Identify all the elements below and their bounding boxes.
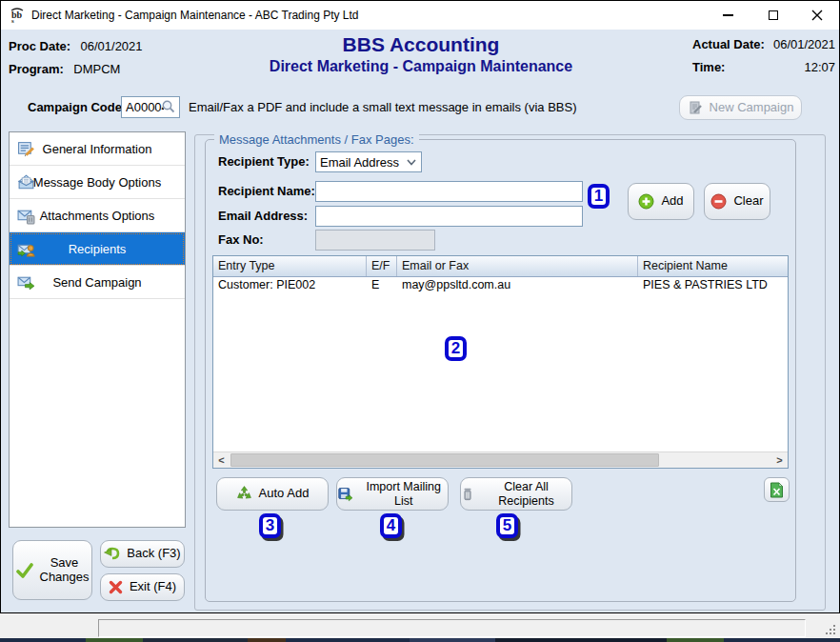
table-header-row: Entry Type E/F Email or Fax Recipient Na… (213, 256, 788, 277)
actual-date: Actual Date: 06/01/2021 (692, 37, 835, 51)
new-campaign-button[interactable]: New Campaign (679, 95, 802, 120)
scrollbar-thumb[interactable] (230, 453, 659, 467)
save-check-icon (16, 563, 33, 578)
sidebar-item-label: Recipients (69, 242, 127, 256)
proc-date-value: 06/01/2021 (80, 39, 142, 53)
title-bar: bb s Direct Marketing - Campaign Mainten… (1, 1, 839, 30)
column-header-entry-type[interactable]: Entry Type (213, 256, 367, 276)
screen-title: Direct Marketing - Campaign Maintenance (183, 58, 659, 75)
recipients-table[interactable]: Entry Type E/F Email or Fax Recipient Na… (212, 255, 789, 469)
program-label: Program: (9, 62, 64, 76)
actual-date-value: 06/01/2021 (773, 37, 835, 51)
program-value: DMPCM (73, 62, 120, 76)
app-title: BBS Accounting (230, 33, 611, 56)
minimize-icon (723, 14, 733, 16)
desktop-background-sliver (0, 638, 840, 642)
export-excel-button[interactable] (764, 477, 790, 502)
status-bar (0, 613, 840, 638)
app-window: bb s Direct Marketing - Campaign Mainten… (0, 0, 840, 613)
status-panel (98, 619, 806, 637)
back-label: Back (F3) (127, 547, 180, 561)
clear-all-recipients-label: Clear All Recipients (481, 480, 571, 508)
column-header-recipient-name[interactable]: Recipient Name (638, 256, 788, 276)
proc-date-label: Proc Date: (9, 39, 70, 53)
minimize-button[interactable] (706, 1, 750, 30)
new-campaign-label: New Campaign (710, 101, 794, 115)
sidebar-item-attachments-options[interactable]: Attachments Options (10, 199, 185, 232)
sidebar-item-recipients[interactable]: Recipients (10, 232, 185, 266)
column-header-email-or-fax[interactable]: Email or Fax (397, 256, 638, 276)
recipient-name-label: Recipient Name: (218, 184, 315, 198)
cell-entry-type: Customer: PIE002 (213, 277, 367, 295)
proc-date: Proc Date: 06/01/2021 (9, 37, 143, 54)
svg-text:s: s (11, 17, 14, 24)
clear-icon (710, 193, 727, 210)
fax-no-label: Fax No: (218, 232, 264, 247)
send-campaign-icon (17, 273, 35, 291)
annotation-marker-4: 4 (380, 513, 402, 538)
screenshot-root: bb s Direct Marketing - Campaign Mainten… (0, 0, 840, 642)
sidebar-item-message-body-options[interactable]: Message Body Options (10, 166, 185, 199)
horizontal-scrollbar[interactable]: < > (213, 451, 788, 468)
sidebar-item-label: Attachments Options (40, 209, 155, 223)
email-address-label: Email Address: (218, 209, 308, 223)
annotation-marker-3: 3 (259, 513, 281, 538)
close-button[interactable] (795, 1, 839, 30)
scroll-right-arrow-icon[interactable]: > (771, 452, 788, 468)
cell-email-or-fax: may@ppsltd.com.au (397, 277, 638, 295)
recipient-type-label: Recipient Type: (218, 154, 310, 169)
cell-recipient-name: PIES & PASTRIES LTD (638, 277, 788, 295)
recipient-type-select[interactable]: Email Address (315, 151, 422, 172)
column-header-ef[interactable]: E/F (367, 256, 397, 276)
clear-all-recipients-button[interactable]: Clear All Recipients (460, 477, 572, 511)
exit-button[interactable]: Exit (F4) (100, 573, 185, 601)
time-label: Time: (692, 60, 725, 74)
recipient-type-value: Email Address (320, 155, 399, 170)
annotation-marker-5: 5 (496, 513, 518, 538)
campaign-description: Email/Fax a PDF and include a small text… (189, 100, 577, 114)
add-label: Add (661, 194, 683, 209)
email-address-input[interactable] (315, 206, 583, 227)
add-button[interactable]: Add (628, 183, 694, 220)
auto-add-label: Auto Add (259, 487, 310, 501)
save-changes-label: Save Changes (40, 556, 90, 585)
back-button[interactable]: Back (F3) (100, 540, 185, 568)
time-value: 12:07 (804, 60, 835, 74)
resize-grip-icon[interactable] (824, 623, 835, 634)
campaign-code-label: Campaign Code: (28, 100, 126, 114)
message-body-icon (17, 173, 35, 191)
recipient-name-input[interactable] (315, 181, 583, 202)
window-title: Direct Marketing - Campaign Maintenance … (31, 1, 359, 30)
annotation-marker-1: 1 (588, 184, 610, 209)
clear-button[interactable]: Clear (704, 183, 770, 220)
exit-label: Exit (F4) (130, 580, 176, 594)
maximize-icon (769, 10, 778, 20)
exit-x-icon (109, 580, 123, 594)
groupbox-title: Message Attachments / Fax Pages: (214, 132, 419, 147)
time: Time: 12:07 (692, 60, 835, 74)
import-mailing-list-label: Import Mailing List (359, 480, 448, 508)
sidebar-item-general-information[interactable]: General Information (10, 132, 185, 166)
import-mailing-list-icon (337, 486, 352, 503)
sidebar-item-label: Send Campaign (52, 275, 141, 290)
fax-no-input (315, 230, 435, 251)
search-icon[interactable] (161, 99, 176, 114)
back-arrow-icon (104, 547, 120, 561)
new-campaign-icon (688, 100, 703, 115)
annotation-marker-2: 2 (445, 336, 467, 361)
import-mailing-list-button[interactable]: Import Mailing List (336, 477, 449, 511)
auto-add-button[interactable]: Auto Add (216, 477, 329, 511)
form-edit-icon (17, 140, 35, 158)
program: Program: DMPCM (9, 60, 120, 77)
sidebar-item-label: General Information (43, 142, 152, 156)
bbs-logo-icon: bb s (9, 7, 26, 24)
attachment-envelope-icon (17, 207, 35, 225)
chevron-down-icon (407, 159, 416, 166)
maximize-button[interactable] (751, 1, 795, 30)
save-changes-button[interactable]: Save Changes (12, 540, 92, 600)
sidebar-item-send-campaign[interactable]: Send Campaign (10, 266, 185, 299)
table-row[interactable]: Customer: PIE002 E may@ppsltd.com.au PIE… (213, 277, 788, 295)
actual-date-label: Actual Date: (692, 37, 765, 51)
excel-icon (770, 482, 784, 498)
scroll-left-arrow-icon[interactable]: < (213, 452, 230, 468)
